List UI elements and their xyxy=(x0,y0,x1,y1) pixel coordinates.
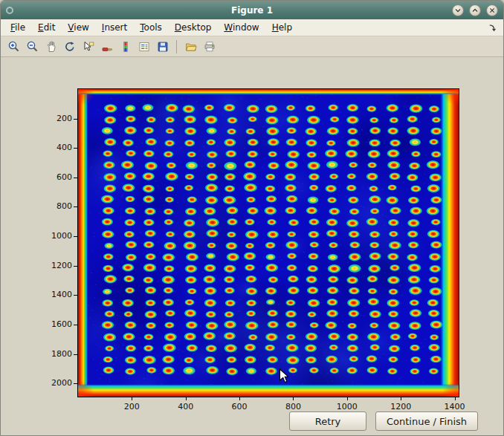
menu-tools[interactable]: Tools xyxy=(135,21,167,34)
close-icon xyxy=(488,6,497,15)
x-tick-label: 1000 xyxy=(331,402,364,411)
menu-window[interactable]: Window xyxy=(219,21,264,34)
save-floppy-icon xyxy=(156,40,169,53)
figure-client: 2004006008001000120014002004006008001000… xyxy=(1,57,503,435)
y-tick-label: 1200 xyxy=(38,261,72,270)
y-tick-label: 400 xyxy=(38,143,72,152)
y-tick xyxy=(74,148,77,149)
pan-hand-icon xyxy=(45,40,58,53)
x-tick xyxy=(239,397,240,400)
x-tick-label: 1200 xyxy=(384,402,417,411)
y-tick-label: 1800 xyxy=(38,349,72,359)
axes[interactable]: 2004006008001000120014002004006008001000… xyxy=(77,88,459,397)
y-tick xyxy=(74,325,77,325)
menu-desktop[interactable]: Desktop xyxy=(169,21,217,34)
data-cursor-button[interactable] xyxy=(80,38,97,55)
x-tick xyxy=(455,397,456,400)
x-tick xyxy=(347,397,348,400)
y-tick xyxy=(74,266,77,267)
titlebar[interactable]: Figure 1 xyxy=(1,1,503,19)
open-file-button[interactable] xyxy=(182,38,199,55)
data-cursor-icon xyxy=(82,40,95,53)
menu-edit[interactable]: Edit xyxy=(33,21,60,34)
x-tick xyxy=(132,397,132,400)
dock-figure-button[interactable] xyxy=(488,23,499,33)
open-folder-icon xyxy=(184,40,198,53)
chevron-up-icon xyxy=(471,6,479,15)
x-tick xyxy=(293,397,294,400)
save-button[interactable] xyxy=(154,38,171,55)
x-tick-label: 400 xyxy=(169,402,202,411)
legend-icon xyxy=(138,40,151,53)
figure-window: Figure 1 FileEditViewInsertToolsDesk xyxy=(0,0,504,436)
zoom-out-button[interactable] xyxy=(24,38,41,55)
insert-legend-button[interactable] xyxy=(135,38,152,55)
y-tick xyxy=(74,295,77,296)
window-title: Figure 1 xyxy=(231,5,273,16)
x-tick-label: 1400 xyxy=(439,402,471,411)
y-tick xyxy=(74,354,77,355)
rotate-3d-button[interactable] xyxy=(61,38,78,55)
brush-button[interactable] xyxy=(98,38,115,55)
y-tick-label: 1600 xyxy=(38,319,72,329)
menu-view[interactable]: View xyxy=(62,21,94,34)
menubar-items: FileEditViewInsertToolsDesktopWindowHelp xyxy=(5,21,297,34)
y-tick-label: 1000 xyxy=(38,231,72,241)
rotate-3d-icon xyxy=(63,40,77,53)
close-button[interactable] xyxy=(486,4,498,16)
y-tick xyxy=(74,178,77,178)
window-menu-icon[interactable] xyxy=(6,7,13,14)
print-button[interactable] xyxy=(201,38,218,55)
x-tick-label: 200 xyxy=(115,402,148,411)
retry-button[interactable]: Retry xyxy=(289,411,366,431)
x-tick-label: 800 xyxy=(277,402,309,411)
zoom-in-icon xyxy=(7,40,21,53)
zoom-in-button[interactable] xyxy=(5,38,22,55)
y-tick-label: 200 xyxy=(38,114,72,123)
brush-icon xyxy=(100,40,114,53)
shade-button[interactable] xyxy=(452,4,464,16)
y-tick xyxy=(74,119,77,120)
x-tick xyxy=(186,397,187,400)
colorbar-icon xyxy=(119,40,132,53)
chevron-down-icon xyxy=(453,6,462,15)
menu-file[interactable]: File xyxy=(5,21,30,34)
x-tick xyxy=(401,397,401,400)
y-tick-label: 600 xyxy=(38,172,72,182)
pan-button[interactable] xyxy=(42,38,59,55)
dock-arrow-icon xyxy=(488,23,497,33)
menu-insert[interactable]: Insert xyxy=(97,21,132,34)
y-tick-label: 2000 xyxy=(38,378,72,388)
zoom-out-icon xyxy=(26,40,39,53)
x-tick-label: 600 xyxy=(223,402,256,411)
figure-toolbar xyxy=(1,36,503,57)
toolbar-separator xyxy=(176,40,177,53)
y-tick xyxy=(74,206,77,207)
menubar: FileEditViewInsertToolsDesktopWindowHelp xyxy=(1,19,503,36)
continue-finish-button[interactable]: Continue / Finish xyxy=(375,411,478,431)
plot-canvas[interactable] xyxy=(78,89,459,397)
insert-colorbar-button[interactable] xyxy=(117,38,134,55)
y-tick xyxy=(74,236,77,237)
y-tick-label: 800 xyxy=(38,201,72,211)
maximize-button[interactable] xyxy=(469,4,481,16)
y-tick-label: 1400 xyxy=(38,290,72,299)
menu-help[interactable]: Help xyxy=(267,21,297,34)
y-tick xyxy=(74,383,77,384)
print-icon xyxy=(203,40,216,53)
